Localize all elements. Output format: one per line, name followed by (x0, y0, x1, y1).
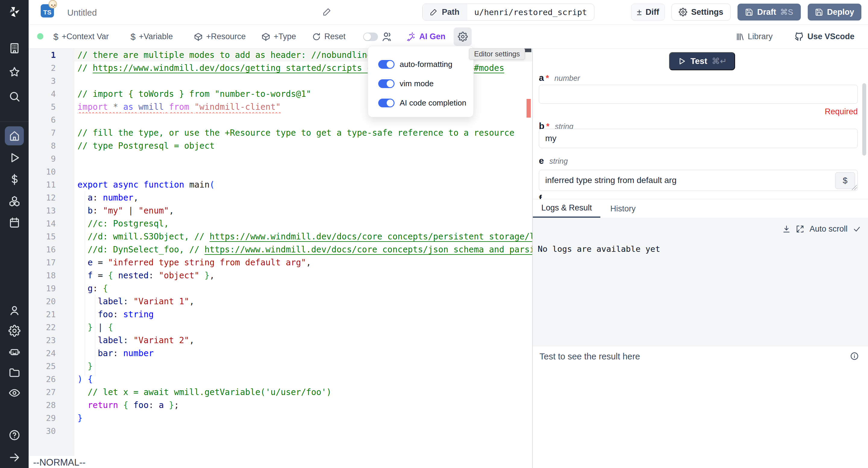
user-person-icon[interactable] (0, 301, 29, 320)
code-line[interactable]: } (74, 412, 532, 425)
code-line[interactable]: e = "inferred type string from default a… (74, 256, 532, 269)
resources-cubes-icon[interactable] (0, 192, 29, 211)
path-value[interactable]: u/henri/restored_script (467, 4, 594, 20)
vim-mode-toggle[interactable] (378, 79, 395, 88)
panel-divider[interactable] (532, 49, 533, 468)
logs-panel: Auto scroll No logs are available yet (533, 218, 868, 346)
code-line[interactable]: f = { nested: "object" }, (74, 269, 532, 282)
use-vscode-button[interactable]: Use VScode (794, 25, 855, 49)
field-e-input[interactable]: inferred type string from default arg $ (539, 170, 858, 191)
workers-robot-icon[interactable] (0, 342, 29, 361)
search-icon[interactable] (0, 87, 29, 106)
code-line[interactable]: // fill the type, or use the +Resource t… (74, 126, 532, 139)
result-placeholder: Test to see the result here (539, 352, 640, 361)
code-line[interactable]: label: "Variant 1", (74, 295, 532, 308)
code-line[interactable]: foo: string (74, 308, 532, 321)
line-number: 27 (29, 386, 74, 399)
settings-gear-icon[interactable] (0, 321, 29, 341)
draft-button[interactable]: Draft ⌘S (738, 4, 801, 21)
bun-runtime-icon (49, 0, 57, 8)
windmill-logo[interactable] (0, 3, 29, 21)
code-line[interactable] (74, 425, 532, 438)
code-line[interactable]: return { foo: a }; (74, 399, 532, 412)
auto-scroll-label: Auto scroll (809, 224, 847, 234)
info-icon[interactable] (850, 352, 859, 362)
expand-icon[interactable] (796, 225, 804, 233)
deploy-button[interactable]: Deploy (808, 4, 861, 21)
save-icon (815, 8, 823, 16)
variables-dollar-icon[interactable] (0, 170, 29, 189)
code-line[interactable]: g: { (74, 282, 532, 295)
test-button[interactable]: Test ⌘↵ (669, 52, 735, 70)
panel-scrollbar-thumb[interactable] (862, 83, 866, 155)
schedules-calendar-icon[interactable] (0, 213, 29, 232)
edit-title-pencil-icon[interactable] (322, 7, 332, 18)
code-line[interactable]: ) { (74, 373, 532, 386)
dollar-icon: $ (53, 32, 59, 42)
ai-code-completion-row: AI code completion (378, 93, 473, 113)
add-type-button[interactable]: +Type (261, 25, 296, 49)
download-icon[interactable] (782, 225, 790, 233)
reset-button[interactable]: Reset (312, 25, 346, 49)
checkmark-icon[interactable] (853, 225, 861, 233)
line-number: 1 (29, 49, 74, 61)
run-preview-panel: Test ⌘↵ a* number Required b* string my … (533, 49, 868, 468)
tab-logs-result[interactable]: Logs & Result (533, 199, 600, 218)
code-line[interactable]: bar: number (74, 347, 532, 360)
draft-shortcut: ⌘S (780, 7, 793, 17)
code-line[interactable]: a: number, (74, 191, 532, 204)
home-icon[interactable] (0, 126, 29, 145)
multiplayer-toggle[interactable] (363, 33, 378, 41)
code-line[interactable]: //d: wmill.S3Object, // https://www.wind… (74, 230, 532, 243)
add-resource-button[interactable]: +Resource (194, 25, 246, 49)
line-number: 13 (29, 204, 74, 217)
add-context-var-button[interactable]: $ +Context Var (53, 25, 109, 49)
editor-settings-gear-button[interactable] (454, 27, 472, 46)
auto-formatting-toggle[interactable] (378, 60, 395, 69)
add-variable-button[interactable]: $ +Variable (130, 25, 173, 49)
folders-icon[interactable] (0, 363, 29, 382)
topbar: TS Untitled Path u/henri/restored_script… (29, 0, 868, 25)
line-number: 12 (29, 191, 74, 204)
ai-code-completion-toggle[interactable] (378, 98, 395, 107)
code-line[interactable]: //c: Postgresql, (74, 217, 532, 230)
help-icon[interactable] (0, 426, 29, 445)
line-number: 22 (29, 321, 74, 334)
resize-handle[interactable] (852, 185, 857, 190)
tab-history[interactable]: History (600, 199, 646, 218)
line-number: 18 (29, 269, 74, 282)
line-number: 24 (29, 347, 74, 360)
multiplayer-users-icon (382, 25, 393, 49)
line-number: 26 (29, 373, 74, 386)
runs-play-icon[interactable] (0, 148, 29, 167)
code-line[interactable]: // let x = await wmill.getVariable('u/us… (74, 386, 532, 399)
code-line[interactable]: export async function main( (74, 178, 532, 191)
editor-settings-tooltip: Editor settings (469, 48, 525, 60)
favorites-star-icon[interactable] (0, 62, 29, 82)
audit-eye-icon[interactable] (0, 383, 29, 403)
code-line[interactable] (74, 165, 532, 178)
code-line[interactable]: } (74, 360, 532, 373)
code-line[interactable]: // type Postgresql = object (74, 139, 532, 152)
library-button[interactable]: Library (735, 25, 773, 49)
workspace-building-icon[interactable] (0, 38, 29, 58)
field-b-input[interactable]: my (539, 129, 858, 148)
code-line[interactable] (74, 152, 532, 165)
code-line[interactable]: } | { (74, 321, 532, 334)
ai-gen-button[interactable]: AI Gen (406, 25, 445, 49)
vim-mode-row: vim mode (378, 74, 473, 93)
line-number: 7 (29, 126, 74, 139)
code-line[interactable]: b: "my" | "enum", (74, 204, 532, 217)
path-field[interactable]: Path u/henri/restored_script (422, 4, 594, 21)
diff-button[interactable]: ± Diff (631, 4, 665, 21)
field-a-required-error: Required (825, 107, 858, 116)
line-number: 20 (29, 295, 74, 308)
logs-tabs: Logs & Result History (533, 199, 868, 218)
line-number: 11 (29, 178, 74, 191)
script-title[interactable]: Untitled (67, 8, 97, 18)
field-a-input[interactable] (539, 85, 858, 104)
collapse-arrow-right-icon[interactable] (0, 448, 29, 467)
code-line[interactable]: //d: DynSelect_foo, // https://www.windm… (74, 243, 532, 256)
settings-button[interactable]: Settings (672, 4, 731, 21)
code-line[interactable]: label: "Variant 2", (74, 334, 532, 347)
